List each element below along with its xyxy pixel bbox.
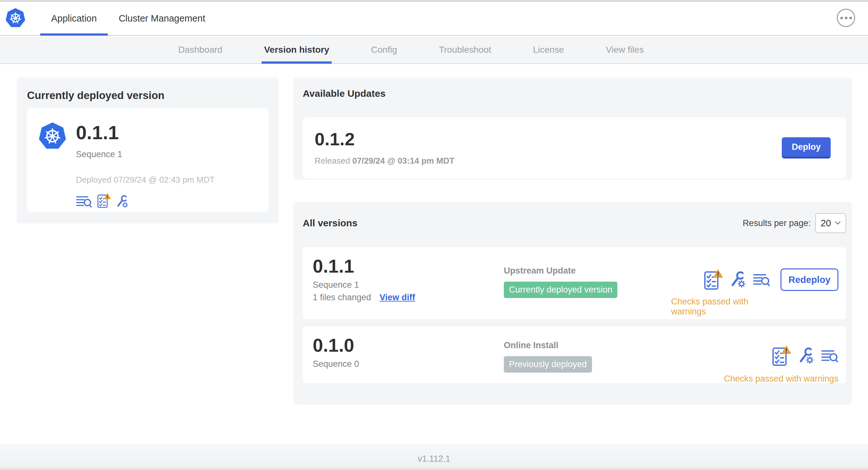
chevron-down-icon — [835, 221, 841, 225]
subnav-tab-version-history[interactable]: Version history — [264, 36, 329, 64]
console-version: v1.112.1 — [417, 454, 451, 470]
all-versions-header: All versions Results per page: 20 — [303, 211, 846, 235]
preflight-checks-warning-icon — [704, 269, 722, 290]
edit-config-icon[interactable] — [730, 271, 746, 288]
version-actions — [772, 345, 838, 366]
available-updates-title: Available Updates — [303, 88, 846, 99]
preflight-checks-warning-icon[interactable] — [97, 193, 111, 208]
tab-cluster-management[interactable]: Cluster Management — [108, 2, 216, 35]
preflight-checks-warning-icon[interactable] — [704, 269, 722, 290]
edit-config-icon — [116, 195, 128, 208]
edit-config-icon[interactable] — [116, 195, 128, 208]
results-per-page-label: Results per page: — [743, 218, 811, 228]
version-number: 0.1.1 — [313, 257, 504, 275]
subnav-tab-dashboard[interactable]: Dashboard — [178, 36, 222, 64]
deployed-version-number: 0.1.1 — [76, 123, 215, 142]
tab-cluster-management-label: Cluster Management — [119, 13, 205, 24]
release-notes-icon — [76, 195, 92, 208]
version-row: 0.1.1 Sequence 1 1 files changedView dif… — [303, 247, 846, 319]
update-card: 0.1.2 Released 07/29/24 @ 03:14 pm MDT D… — [303, 118, 846, 178]
ellipsis-icon — [840, 17, 843, 19]
subnav-tab-license[interactable]: License — [533, 36, 564, 64]
edit-config-icon — [798, 347, 814, 364]
preflight-checks-status[interactable]: Checks passed with warnings — [671, 297, 775, 317]
version-sequence: Sequence 0 — [313, 359, 504, 369]
deploy-button[interactable]: Deploy — [782, 137, 831, 159]
edit-config-icon — [730, 271, 746, 288]
version-actions: Redeploy — [704, 268, 838, 291]
app-subnav: Dashboard Version history Config Trouble… — [0, 36, 868, 64]
subnav-tab-view-files[interactable]: View files — [606, 36, 644, 64]
update-version-number: 0.1.2 — [315, 130, 454, 148]
top-nav: Application Cluster Management — [0, 0, 868, 36]
all-versions-title: All versions — [303, 217, 358, 229]
redeploy-button[interactable]: Redeploy — [780, 268, 838, 291]
version-row: 0.1.0 Sequence 0 Online Install Previous… — [303, 326, 846, 383]
release-notes-icon[interactable] — [753, 273, 770, 287]
deployed-timestamp: Deployed 07/29/24 @ 02:43 pm MDT — [76, 175, 215, 185]
results-per-page-select[interactable]: 20 — [815, 213, 846, 233]
currently-deployed-title: Currently deployed version — [27, 89, 268, 102]
preflight-checks-warning-icon[interactable] — [772, 345, 791, 366]
release-notes-icon[interactable] — [76, 195, 92, 208]
kubernetes-logo-icon — [5, 8, 25, 28]
app-icon — [39, 122, 66, 149]
version-number: 0.1.0 — [313, 336, 504, 355]
update-released-timestamp: Released 07/29/24 @ 03:14 pm MDT — [315, 156, 454, 166]
currently-deployed-panel: Currently deployed version 0.1.1 Sequenc… — [17, 77, 279, 224]
preflight-checks-warning-icon — [772, 345, 791, 366]
status-badge: Previously deployed — [504, 356, 592, 373]
preflight-checks-status[interactable]: Checks passed with warnings — [724, 374, 838, 384]
results-per-page: Results per page: 20 — [743, 213, 846, 233]
deployed-version-card: 0.1.1 Sequence 1 Deployed 07/29/24 @ 02:… — [27, 108, 268, 212]
deployed-sequence: Sequence 1 — [76, 149, 215, 160]
release-notes-icon — [753, 273, 770, 287]
tab-application[interactable]: Application — [40, 2, 108, 35]
top-nav-tabs: Application Cluster Management — [40, 2, 216, 35]
release-notes-icon — [821, 349, 838, 363]
page: Application Cluster Management Dashboard… — [0, 0, 868, 470]
subnav-tab-troubleshoot[interactable]: Troubleshoot — [439, 36, 491, 64]
edit-config-icon[interactable] — [798, 347, 814, 364]
preflight-checks-warning-icon — [97, 193, 111, 208]
files-changed: 1 files changed — [313, 293, 371, 302]
deployed-version-actions — [76, 193, 215, 208]
version-sequence: Sequence 1 — [313, 280, 504, 290]
tab-application-label: Application — [51, 13, 97, 24]
status-badge: Currently deployed version — [504, 281, 617, 298]
release-notes-icon[interactable] — [821, 349, 838, 363]
version-source: Upstream Update — [504, 266, 671, 276]
available-updates-panel: Available Updates 0.1.2 Released 07/29/2… — [293, 77, 852, 180]
all-versions-panel: All versions Results per page: 20 0.1.1 … — [293, 202, 852, 405]
footer: v1.112.1 — [0, 444, 868, 470]
view-diff-link[interactable]: View diff — [380, 293, 415, 302]
app-logo — [5, 8, 25, 28]
more-menu-button[interactable] — [837, 9, 855, 27]
kubernetes-logo-icon — [39, 122, 66, 149]
version-source: Online Install — [504, 340, 671, 350]
window-edge — [0, 0, 868, 2]
subnav-tab-config[interactable]: Config — [371, 36, 397, 64]
